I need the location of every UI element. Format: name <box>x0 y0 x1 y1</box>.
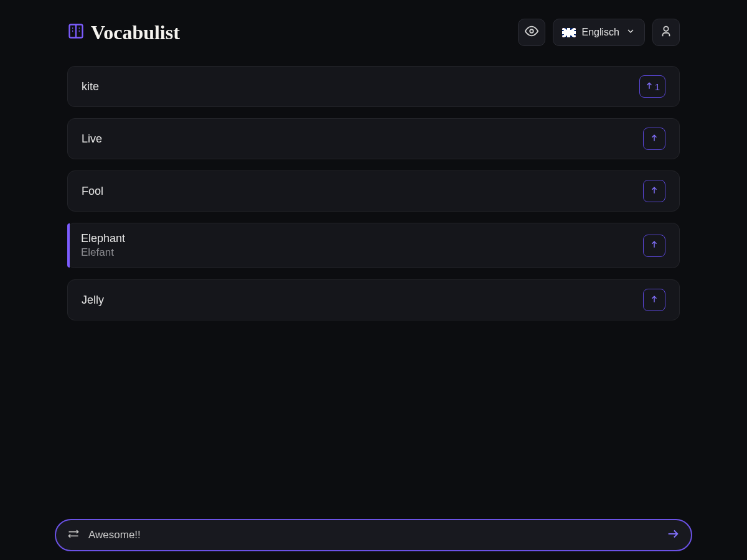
upvote-button[interactable]: 1 <box>639 75 665 98</box>
vocab-row[interactable]: ElephantElefant <box>67 223 680 268</box>
svg-point-6 <box>530 29 533 33</box>
vocab-word: Elephant <box>81 232 125 245</box>
vocab-translation: Elefant <box>81 246 125 259</box>
vocab-word: kite <box>82 80 99 93</box>
book-icon <box>67 22 85 42</box>
language-selector[interactable]: Englisch <box>553 19 645 46</box>
logo: Vocabulist <box>67 21 180 44</box>
arrow-up-icon <box>650 134 659 144</box>
submit-button[interactable] <box>666 527 680 543</box>
eye-icon <box>525 24 538 40</box>
vocab-row[interactable]: Jelly <box>67 279 680 320</box>
arrow-up-icon <box>650 240 659 251</box>
vocab-text: kite <box>82 80 99 93</box>
language-label: Englisch <box>582 27 619 38</box>
upvote-button[interactable] <box>643 180 665 202</box>
vocab-word: Fool <box>82 185 103 198</box>
visibility-button[interactable] <box>518 19 545 46</box>
vocab-word: Jelly <box>82 294 104 307</box>
upvote-button[interactable] <box>643 128 665 150</box>
input-bar-container <box>55 519 692 551</box>
app-header: Vocabulist Englisch <box>67 19 680 46</box>
arrow-up-icon <box>645 82 654 92</box>
upvote-button[interactable] <box>643 235 665 257</box>
header-controls: Englisch <box>518 19 680 46</box>
vocab-text: Live <box>82 133 102 146</box>
svg-point-7 <box>664 27 668 31</box>
vocab-text: Fool <box>82 185 103 198</box>
arrow-up-icon <box>650 186 659 197</box>
vocab-word: Live <box>82 133 102 146</box>
vocab-text: Jelly <box>82 294 104 307</box>
chevron-down-icon <box>626 26 636 39</box>
uk-flag-icon <box>562 28 576 37</box>
vocab-row[interactable]: kite1 <box>67 66 680 107</box>
vocab-row[interactable]: Fool <box>67 170 680 212</box>
arrow-up-icon <box>650 295 659 306</box>
vocab-row[interactable]: Live <box>67 118 680 159</box>
profile-button[interactable] <box>652 19 680 46</box>
vocab-text: ElephantElefant <box>81 232 125 259</box>
vote-count: 1 <box>655 82 660 92</box>
app-title: Vocabulist <box>91 21 180 44</box>
upvote-button[interactable] <box>643 289 665 311</box>
vocab-list: kite1LiveFoolElephantElefantJelly <box>67 66 680 320</box>
vocab-input[interactable] <box>88 529 657 541</box>
input-bar <box>55 519 692 551</box>
user-icon <box>659 24 673 40</box>
swap-icon[interactable] <box>67 528 80 543</box>
